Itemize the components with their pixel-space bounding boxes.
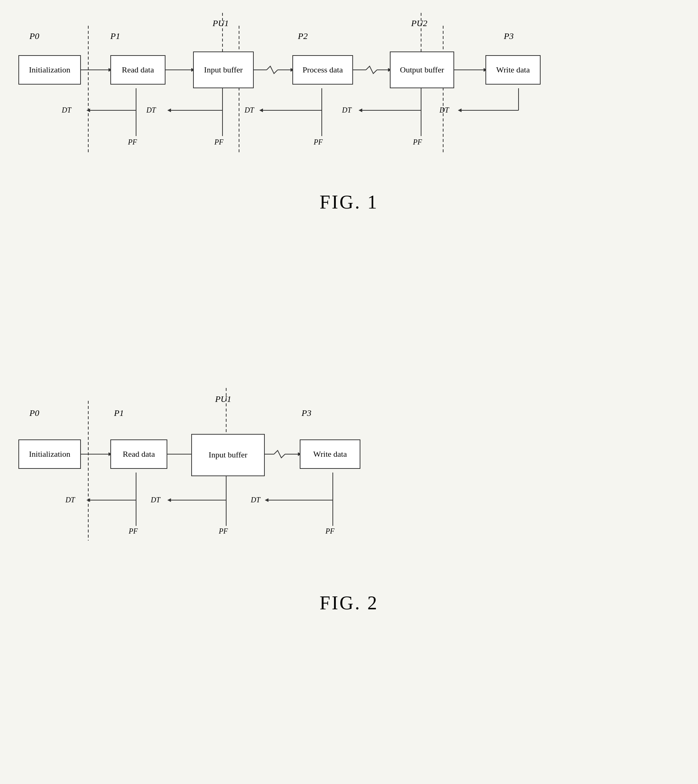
fig1-dt4: DT bbox=[342, 106, 352, 114]
fig2-pf1: PF bbox=[129, 527, 138, 535]
svg-marker-43 bbox=[86, 498, 90, 502]
fig1-write-data-box: Write data bbox=[486, 55, 541, 85]
fig2-dt3: DT bbox=[251, 496, 260, 504]
fig1-output-buffer-box: Output buffer bbox=[390, 51, 454, 88]
svg-marker-24 bbox=[359, 109, 362, 112]
fig2-p3-label: P3 bbox=[301, 408, 311, 418]
fig2-read-data-box: Read data bbox=[110, 440, 167, 469]
fig1-p2-label: P2 bbox=[298, 31, 308, 41]
fig1-pf3: PF bbox=[314, 138, 323, 147]
svg-marker-49 bbox=[265, 498, 268, 502]
fig2-write-data-box: Write data bbox=[300, 440, 361, 469]
fig1-pf2: PF bbox=[214, 138, 223, 147]
fig1-initialization-box: Initialization bbox=[18, 55, 81, 85]
fig1-dt3: DT bbox=[245, 106, 254, 114]
fig2-pu1-label: PU1 bbox=[215, 394, 231, 404]
svg-marker-15 bbox=[86, 109, 90, 112]
fig2-pf2: PF bbox=[219, 527, 228, 535]
fig1-input-buffer-box: Input buffer bbox=[193, 51, 254, 88]
fig2-p0-label: P0 bbox=[30, 408, 40, 418]
fig2-p1-label: P1 bbox=[114, 408, 124, 418]
svg-marker-46 bbox=[167, 498, 171, 502]
fig2-diagram: P0 P1 P3 PU1 Initialization Read data In… bbox=[11, 386, 687, 570]
fig1-dt5: DT bbox=[440, 106, 449, 114]
fig2-input-buffer-box: Input buffer bbox=[191, 434, 265, 476]
fig1-pu1-label: PU1 bbox=[212, 18, 229, 28]
fig1-p3-label: P3 bbox=[504, 31, 514, 41]
fig1-dt1: DT bbox=[62, 106, 71, 114]
fig1-dt2: DT bbox=[147, 106, 156, 114]
svg-marker-27 bbox=[458, 109, 461, 112]
fig1-pf4: PF bbox=[413, 138, 422, 147]
fig1-p0-label: P0 bbox=[30, 31, 40, 41]
fig1-read-data-box: Read data bbox=[110, 55, 166, 85]
page: P0 P1 P2 P3 PU1 PU2 Initialization Read … bbox=[0, 0, 698, 784]
fig1-pu2-label: PU2 bbox=[411, 18, 427, 28]
fig2-dt1: DT bbox=[66, 496, 75, 504]
fig2-label: FIG. 2 bbox=[319, 592, 379, 614]
fig1-diagram: P0 P1 P2 P3 PU1 PU2 Initialization Read … bbox=[11, 11, 687, 180]
fig1-label: FIG. 1 bbox=[319, 191, 379, 213]
fig1-p1-label: P1 bbox=[110, 31, 120, 41]
fig1-pf1: PF bbox=[128, 138, 137, 147]
fig2-pf3: PF bbox=[326, 527, 334, 535]
svg-marker-18 bbox=[167, 109, 171, 112]
svg-marker-21 bbox=[259, 109, 263, 112]
fig1-process-data-box: Process data bbox=[292, 55, 353, 85]
fig2-initialization-box: Initialization bbox=[18, 440, 81, 469]
fig2-dt2: DT bbox=[151, 496, 160, 504]
